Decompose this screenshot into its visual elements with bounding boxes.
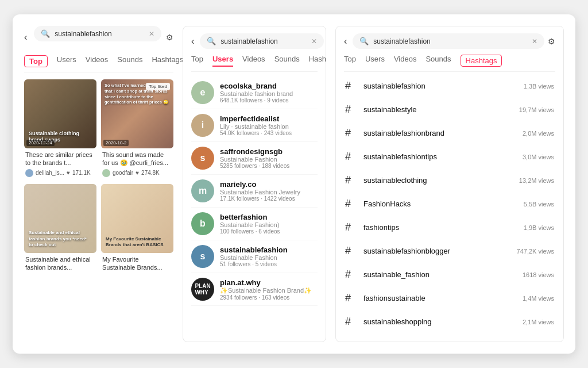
video-title-2: This sound was made for us 🥹 @curli_frie… — [102, 151, 172, 167]
user-item-6[interactable]: s sustainablefashion Sustainable Fashion… — [191, 240, 318, 273]
panel3-header: ‹ 🔍 ✕ ⚙ Top Users Videos Sounds Hashtags — [336, 26, 563, 72]
video-card-3[interactable]: Sustainable and ethical fashion brands y… — [24, 184, 96, 276]
hashtag-item-3[interactable]: # sustainablefashionbrand 2,0M views — [336, 121, 563, 145]
hashtag-views-5: 13,2M views — [519, 177, 554, 184]
hashtag-views-8: 747,2K views — [517, 248, 554, 255]
tab-hashtags-1[interactable]: Hashtags — [152, 55, 183, 67]
hash-icon-9: # — [345, 269, 357, 281]
tab-hashtags-3[interactable]: Hashtags — [461, 55, 502, 67]
hashtag-item-2[interactable]: # sustainablestyle 19,7M views — [336, 98, 563, 121]
user-item-1[interactable]: e ecoolska_brand Sustainable fashion bra… — [191, 76, 318, 109]
user-desc-1: Sustainable fashion brand — [220, 90, 318, 97]
search-bar-2[interactable]: 🔍 ✕ — [200, 33, 324, 49]
tab-top-3[interactable]: Top — [344, 55, 356, 67]
video-date-1: 2020-12-24 — [26, 140, 55, 146]
video-overlay-4: My Favourite Sustainable Brands that are… — [106, 236, 169, 248]
hashtag-item-8[interactable]: # sustainablefashionblogger 747,2K views — [336, 239, 563, 263]
hashtag-item-4[interactable]: # sustainablefashiontips 3,0M views — [336, 145, 563, 168]
back-button-3[interactable]: ‹ — [344, 36, 347, 47]
hashtag-item-7[interactable]: # fashiontips 1,9B views — [336, 216, 563, 239]
hashtag-name-9: sustainable_fashion — [363, 270, 516, 279]
author-avatar-2 — [102, 169, 110, 177]
user-item-2[interactable]: i imperfectidealist Lily · sustainable f… — [191, 109, 318, 142]
user-name-6: sustainablefashion — [220, 246, 318, 254]
user-desc-3: Sustainable Fashion — [220, 156, 318, 163]
user-info-6: sustainablefashion Sustainable Fashion 5… — [220, 246, 318, 267]
video-title-4: My Favourite Sustainable Brands... — [102, 255, 172, 272]
user-name-5: betterfashion — [220, 213, 318, 221]
user-desc-4: Sustainable Fashion Jewelry — [220, 189, 318, 195]
user-name-3: saffrondesignsgb — [220, 147, 318, 156]
tab-users-1[interactable]: Users — [57, 55, 76, 67]
search-bar-3[interactable]: 🔍 ✕ — [353, 33, 544, 49]
like-icon-1: ♥ — [67, 170, 70, 176]
video-card-4[interactable]: My Favourite Sustainable Brands that are… — [101, 184, 173, 276]
filter-icon-1[interactable]: ⚙ — [166, 33, 173, 42]
user-name-4: mariely.co — [220, 180, 318, 189]
tab-sounds-1[interactable]: Sounds — [117, 55, 142, 67]
back-button[interactable]: ‹ — [24, 32, 27, 43]
video-card-2[interactable]: So what I've learned on tiktok is that I… — [101, 79, 173, 179]
tab-videos-3[interactable]: Videos — [394, 55, 417, 67]
tab-sounds-3[interactable]: Sounds — [425, 55, 451, 67]
tab-videos-2[interactable]: Videos — [242, 55, 265, 67]
hashtag-item-6[interactable]: # FashionHacks 5,5B views — [336, 192, 563, 216]
hashtag-item-10[interactable]: # fashionsustainable 1,4M views — [336, 286, 563, 310]
user-avatar-3: s — [191, 147, 214, 170]
search-icon-3: 🔍 — [359, 37, 369, 45]
hashtag-views-1: 1,3B views — [524, 83, 554, 90]
hash-icon-11: # — [345, 316, 357, 328]
hashtag-item-5[interactable]: # sustainableclothing 13,2M views — [336, 168, 563, 192]
hash-icon-4: # — [345, 151, 357, 163]
search-input-1[interactable] — [55, 30, 144, 38]
hash-icon-3: # — [345, 127, 357, 139]
hashtags-list: # sustainablefashion 1,3B views # sustai… — [336, 72, 563, 336]
clear-icon-2[interactable]: ✕ — [311, 37, 317, 45]
hashtag-views-2: 19,7M views — [519, 106, 554, 113]
clear-icon-1[interactable]: ✕ — [149, 30, 154, 38]
clear-icon-3[interactable]: ✕ — [532, 37, 537, 45]
search-input-3[interactable] — [373, 37, 527, 45]
user-name-2: imperfectidealist — [220, 114, 318, 123]
user-desc-7: ✨Sustainable Fashion Brand✨ — [220, 287, 318, 294]
user-name-1: ecoolska_brand — [220, 82, 318, 90]
search-icon-1: 🔍 — [41, 29, 50, 38]
hashtag-item-11[interactable]: # sustainableshopping 2,1M views — [336, 310, 563, 334]
tab-hashtags-2[interactable]: Hashtags — [309, 55, 326, 67]
like-count-2: 274.8K — [141, 170, 160, 176]
tab-sounds-2[interactable]: Sounds — [274, 55, 300, 67]
video-overlay-3: Sustainable and ethical fashion brands y… — [29, 230, 92, 248]
hashtag-item-9[interactable]: # sustainable_fashion 1618 views — [336, 263, 563, 286]
tab-users-2[interactable]: Users — [212, 55, 233, 67]
hashtag-item-1[interactable]: # sustainablefashion 1,3B views — [336, 74, 563, 98]
author-name-2: goodfair — [113, 170, 133, 176]
user-item-3[interactable]: s saffrondesignsgb Sustainable Fashion 5… — [191, 142, 318, 175]
back-button-2[interactable]: ‹ — [191, 36, 194, 47]
filter-icon-3[interactable]: ⚙ — [548, 37, 555, 46]
hash-icon-6: # — [345, 198, 357, 210]
nav-tabs-3: Top Users Videos Sounds Hashtags — [344, 55, 555, 72]
user-name-7: plan.at.why — [220, 278, 318, 287]
user-info-7: plan.at.why ✨Sustainable Fashion Brand✨ … — [220, 278, 318, 301]
tab-users-3[interactable]: Users — [365, 55, 385, 67]
search-bar-1[interactable]: 🔍 ✕ — [34, 26, 161, 41]
tab-top-1[interactable]: Top — [24, 55, 48, 67]
author-name-1: delilah_is... — [36, 170, 64, 176]
top-liked-badge: Top liked — [146, 83, 170, 90]
video-card-1[interactable]: Sustainable clothing brand swaps 2020-12… — [24, 79, 96, 179]
user-item-7[interactable]: PLANWHY plan.at.why ✨Sustainable Fashion… — [191, 273, 318, 306]
user-item-5[interactable]: b betterfashion Sustainable Fashion) 100… — [191, 208, 318, 240]
user-item-4[interactable]: m mariely.co Sustainable Fashion Jewelry… — [191, 175, 318, 208]
search-input-2[interactable] — [220, 37, 307, 45]
hash-icon-10: # — [345, 292, 357, 304]
main-container: ‹ 🔍 ✕ ⚙ Top Users Videos Sounds Hashtags — [13, 14, 575, 354]
user-info-3: saffrondesignsgb Sustainable Fashion 528… — [220, 147, 318, 169]
search-icon-2: 🔍 — [207, 37, 216, 45]
hashtag-name-8: sustainablefashionblogger — [363, 247, 510, 255]
user-stats-7: 2934 followers · 163 videos — [220, 294, 318, 301]
tab-videos-1[interactable]: Videos — [86, 55, 109, 67]
hashtag-name-5: sustainableclothing — [363, 176, 512, 185]
user-info-2: imperfectidealist Lily · sustainable fas… — [220, 114, 318, 136]
video-title-1: These are similar prices to the brands t… — [25, 151, 95, 167]
tab-top-2[interactable]: Top — [191, 55, 203, 67]
